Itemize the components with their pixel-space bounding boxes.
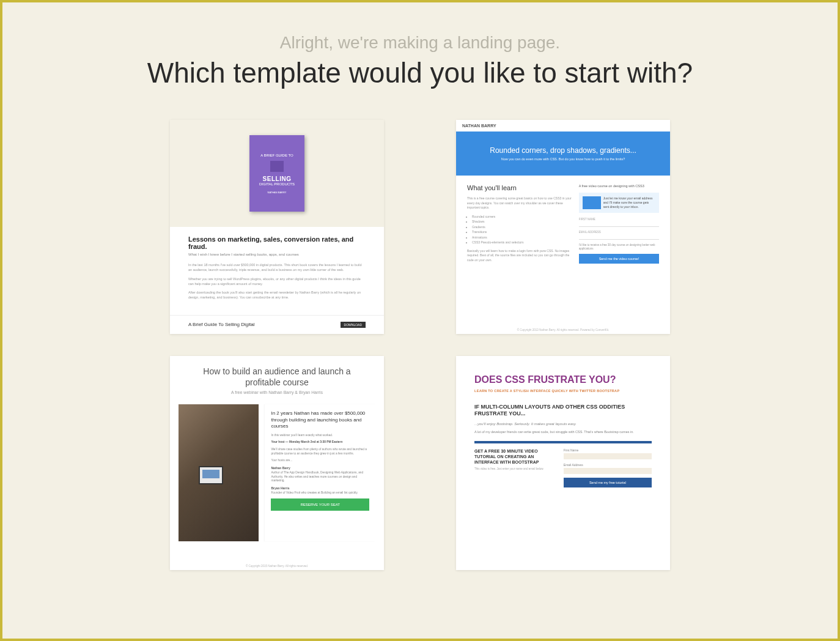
preview-content: In 2 years Nathan has made over $500,000… [265,404,375,541]
preview-left-column: What you'll learn This is a free course … [467,184,572,266]
section-paragraph: Basically you will learn how to make a l… [467,249,572,263]
page-title: Which template would you like to start w… [39,56,801,89]
submit-button: Send me my free tutorial [564,478,652,487]
preview-form: GET A FREE 30 MINUTE VIDEO TUTORIAL ON C… [474,448,652,487]
header: Alright, we're making a landing page. Wh… [39,33,801,89]
text-input [564,468,652,474]
host-name: Bryan Harris [271,486,369,490]
preview-subhead: LEARN TO CREATE A STYLISH INTERFACE QUIC… [474,389,652,393]
field-label: First Name [564,448,652,452]
hero-subtext: Now you can do even more with CSS. But d… [468,157,658,161]
tablet-icon [199,466,223,484]
form-heading: GET A FREE 30 MINUTE VIDEO TUTORIAL ON C… [474,448,554,465]
section-heading: What you'll learn [467,184,572,191]
preview-subhead: What I wish I knew before I started sell… [188,253,366,256]
preview-paragraph: After downloading the book you'll also s… [188,290,366,300]
form-subtext: This video is free. Just enter your name… [474,467,554,471]
host-bio: Founder of Video Fruit who creates at Bu… [271,491,369,495]
content-paragraph: We'll share case studies from plenty of … [271,448,369,456]
host-name: Nathan Barry [271,466,369,470]
template-card-ebook[interactable]: A BRIEF GUIDE TO SELLING DIGITAL PRODUCT… [170,120,384,334]
hosts-label: Your hosts are... [271,459,369,463]
form-fields: First Name Email Address Send me my free… [564,448,652,487]
preview-heading: DOES CSS FRUSTRATE YOU? [474,374,652,385]
list-item: Rounded corners [472,214,572,220]
preview-photo [179,404,259,541]
section-paragraph: ...you'll enjoy Bootstrap. Seriously. It… [474,421,652,426]
reserve-button: RESERVE YOUR SEAT [271,498,369,511]
template-card-css-frustrate[interactable]: DOES CSS FRUSTRATE YOU? LEARN TO CREATE … [456,356,670,570]
book-pretitle: A BRIEF GUIDE TO [260,154,293,157]
list-item: Gradients [472,224,572,230]
preview-heading: How to build an audience and launch a pr… [188,366,366,388]
download-button: DOWNLOAD [341,322,366,328]
preview-heading: Lessons on marketing, sales, conversion … [188,235,366,250]
template-preview-body: Lessons on marketing, sales, conversion … [170,227,384,309]
list-item: Animations [472,235,572,240]
preview-footer: A Brief Guide To Selling Digital DOWNLOA… [170,315,384,334]
host-bio: Author of The App Design Handbook, Desig… [271,471,369,483]
signup-text: Just let me know your email address and … [603,196,655,209]
preview-header: How to build an audience and launch a pr… [170,356,384,399]
preview-footer: © Copyright 2013 Nathan Barry. All right… [456,326,670,334]
preview-paragraph: Whether you are trying to sell WordPress… [188,276,366,287]
feature-list: Rounded corners Shadows Gradients Transi… [467,214,572,245]
preview-body: DOES CSS FRUSTRATE YOU? LEARN TO CREATE … [456,356,670,494]
signup-box: Just let me know your email address and … [579,193,659,213]
preview-main: What you'll learn This is a free course … [456,176,670,266]
section-paragraph: A lot of my developer friends can write … [474,430,652,435]
template-preview-hero: A BRIEF GUIDE TO SELLING DIGITAL PRODUCT… [170,120,384,227]
list-item: CSS3 Pseudo-elements and selectors [472,240,572,245]
preview-hero: Rounded corners, drop shadows, gradients… [456,132,670,176]
form-heading-block: GET A FREE 30 MINUTE VIDEO TUTORIAL ON C… [474,448,554,487]
book-cover: A BRIEF GUIDE TO SELLING DIGITAL PRODUCT… [249,135,304,212]
signup-badge [583,196,601,209]
checkbox-label: I'd like to receive a free 30 day course… [579,243,659,251]
book-icon [270,161,284,172]
book-subtitle: DIGITAL PRODUCTS [259,182,295,186]
list-item: Transitions [472,229,572,235]
text-input [579,235,659,240]
page-subtitle: Alright, we're making a landing page. [39,33,801,53]
preview-paragraph: In the last 18 months I've sold over $50… [188,262,366,273]
field-label: Email Address [564,463,652,467]
preview-nav-brand: NATHAN BARRY [456,120,670,132]
template-card-video-course[interactable]: NATHAN BARRY Rounded corners, drop shado… [456,120,670,334]
text-input [579,222,659,227]
list-item: Shadows [472,219,572,224]
book-author: NATHAN BARRY [268,191,287,194]
divider-bar [474,441,652,443]
field-label: EMAIL ADDRESS [579,231,659,234]
cta-button: Send me the video course! [579,254,659,264]
field-label: FIRST NAME [579,218,659,221]
section-paragraph: This is a free course covering some grea… [467,196,572,210]
preview-subhead: A free webinar with Nathan Barry & Bryan… [188,390,366,395]
preview-body: In 2 years Nathan has made over $500,000… [170,399,384,546]
footer-title: A Brief Guide To Selling Digital [188,322,254,328]
template-grid: A BRIEF GUIDE TO SELLING DIGITAL PRODUCT… [145,120,695,570]
preview-sidebar: A free video course on designing with CS… [579,184,659,266]
content-paragraph: Your host — Monday March 2nd at 3:30 PM … [271,440,369,445]
content-heading: In 2 years Nathan has made over $500,000… [271,410,369,429]
sidebar-heading: A free video course on designing with CS… [579,184,659,189]
template-card-webinar[interactable]: How to build an audience and launch a pr… [170,356,384,570]
book-title: SELLING [263,176,292,182]
hero-heading: Rounded corners, drop shadows, gradients… [468,146,658,155]
section-heading: IF MULTI-COLUMN LAYOUTS AND OTHER CSS OD… [474,404,652,418]
text-input [564,453,652,459]
content-paragraph: In this webinar you'll learn exactly wha… [271,434,369,438]
preview-footer: © Copyright 2015 Nathan Barry. All right… [170,562,384,570]
